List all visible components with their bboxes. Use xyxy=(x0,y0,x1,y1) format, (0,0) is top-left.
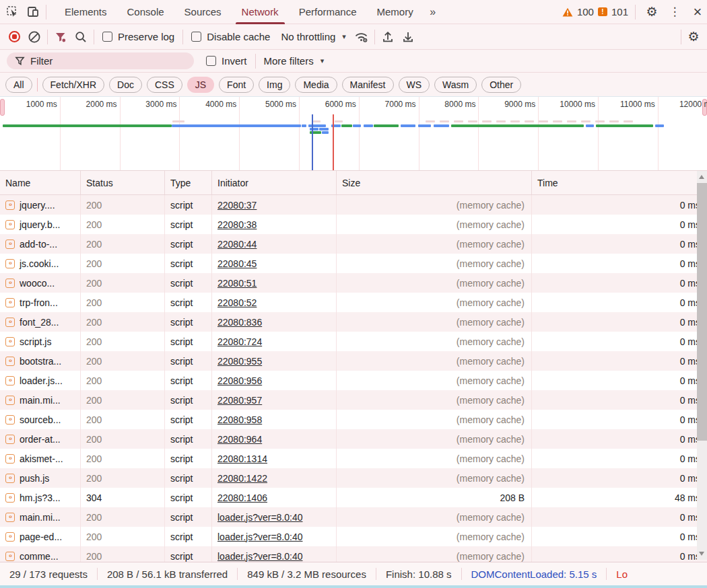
initiator-link[interactable]: 22080:957 xyxy=(217,395,262,406)
preserve-log-checkbox[interactable] xyxy=(102,32,112,42)
type-filter-ws[interactable]: WS xyxy=(399,77,430,93)
column-header-type[interactable]: Type xyxy=(165,171,212,194)
disable-cache-checkbox[interactable] xyxy=(191,32,201,42)
invert-checkbox[interactable] xyxy=(206,56,216,66)
table-row[interactable]: ‹›add-to-...200script22080:44(memory cac… xyxy=(0,234,707,254)
tab-network[interactable]: Network xyxy=(232,0,289,24)
overview-timeline[interactable]: 1000 ms2000 ms3000 ms4000 ms5000 ms6000 … xyxy=(0,97,707,171)
initiator-link[interactable]: loader.js?ver=8.0:40 xyxy=(217,512,302,523)
tab-sources[interactable]: Sources xyxy=(174,0,232,24)
type-filter-fetchxhr[interactable]: Fetch/XHR xyxy=(42,77,104,93)
scrollbar-thumb[interactable] xyxy=(697,183,707,441)
invert-filter-toggle[interactable]: Invert xyxy=(206,55,247,67)
type-filter-css[interactable]: CSS xyxy=(147,77,182,93)
type-filter-wasm[interactable]: Wasm xyxy=(434,77,477,93)
table-row[interactable]: ‹›font_28...200script22080:836(memory ca… xyxy=(0,312,707,332)
table-row[interactable]: ‹›comme...200scriptloader.js?ver=8.0:40(… xyxy=(0,546,707,562)
clear-network-log-button[interactable] xyxy=(24,27,44,47)
more-filters-dropdown[interactable]: More filters ▾ xyxy=(264,55,325,67)
network-settings-button[interactable]: ⚙ xyxy=(684,28,703,46)
waterfall-bar xyxy=(322,131,329,134)
throttling-select[interactable]: No throttling ▾ xyxy=(281,31,345,42)
initiator-link[interactable]: 22080:44 xyxy=(217,239,257,250)
scroll-up-arrow-icon[interactable] xyxy=(699,175,704,179)
column-header-status[interactable]: Status xyxy=(81,171,165,194)
tab-console[interactable]: Console xyxy=(117,0,174,24)
table-row[interactable]: ‹›sourceb...200script22080:958(memory ca… xyxy=(0,410,707,429)
initiator-link[interactable]: 22080:955 xyxy=(217,356,262,367)
devtools-menu-button[interactable]: ⋮ xyxy=(665,3,684,22)
table-row[interactable]: ‹›bootstra...200script22080:955(memory c… xyxy=(0,351,707,371)
table-row[interactable]: ‹›jquery.b...200script22080:38(memory ca… xyxy=(0,215,707,234)
initiator-link[interactable]: 22080:37 xyxy=(217,200,257,211)
initiator-link[interactable]: 22080:52 xyxy=(217,297,257,308)
table-row[interactable]: ‹›order-at...200script22080:964(memory c… xyxy=(0,429,707,449)
devtools-settings-button[interactable]: ⚙ xyxy=(642,3,661,22)
timeline-tick-label: 8000 ms xyxy=(444,100,475,109)
type-filter-img[interactable]: Img xyxy=(259,77,290,93)
tab-performance[interactable]: Performance xyxy=(289,0,367,24)
table-row[interactable]: ‹›js.cooki...200script22080:45(memory ca… xyxy=(0,254,707,273)
column-header-time[interactable]: Time xyxy=(532,171,707,194)
type-filter-media[interactable]: Media xyxy=(295,77,337,93)
table-row[interactable]: ‹›push.js200script22080:1422(memory cach… xyxy=(0,468,707,488)
initiator-cell: 22080:51 xyxy=(212,273,337,293)
type-filter-doc[interactable]: Doc xyxy=(109,77,142,93)
import-har-button[interactable] xyxy=(378,27,398,47)
initiator-link[interactable]: 22080:724 xyxy=(217,336,262,347)
record-network-log-button[interactable] xyxy=(4,27,24,47)
network-conditions-button[interactable] xyxy=(351,27,372,47)
scroll-down-arrow-icon[interactable] xyxy=(699,552,704,556)
initiator-link[interactable]: 22080:38 xyxy=(217,219,257,230)
table-row[interactable]: ‹›page-ed...200scriptloader.js?ver=8.0:4… xyxy=(0,527,707,546)
disable-cache-toggle[interactable]: Disable cache xyxy=(191,31,270,42)
type-filter-js[interactable]: JS xyxy=(187,77,214,93)
initiator-cell: 22080:52 xyxy=(212,293,337,312)
table-scrollbar[interactable] xyxy=(697,171,707,560)
export-har-button[interactable] xyxy=(398,27,418,47)
initiator-link[interactable]: 22080:958 xyxy=(217,414,262,425)
console-warnings-badge[interactable]: 100 xyxy=(562,6,594,17)
tab-memory[interactable]: Memory xyxy=(367,0,424,24)
initiator-link[interactable]: loader.js?ver=8.0:40 xyxy=(217,551,302,562)
table-row[interactable]: ‹›loader.js...200script22080:956(memory … xyxy=(0,371,707,390)
overview-left-handle[interactable] xyxy=(0,99,5,116)
filter-toggle-button[interactable] xyxy=(50,27,71,47)
initiator-link[interactable]: 22080:45 xyxy=(217,258,257,269)
filter-input[interactable]: Filter xyxy=(7,52,194,69)
close-devtools-button[interactable]: × xyxy=(688,3,707,22)
initiator-link[interactable]: 22080:1406 xyxy=(217,492,267,503)
separator xyxy=(97,568,98,580)
column-header-name[interactable]: Name xyxy=(0,171,81,194)
initiator-link[interactable]: 22080:836 xyxy=(217,317,262,328)
column-header-size[interactable]: Size xyxy=(337,171,532,194)
table-row[interactable]: ‹›script.js200script22080:724(memory cac… xyxy=(0,332,707,351)
initiator-link[interactable]: 22080:964 xyxy=(217,434,262,445)
table-row[interactable]: ‹›main.mi...200script22080:957(memory ca… xyxy=(0,390,707,410)
preserve-log-toggle[interactable]: Preserve log xyxy=(102,31,174,42)
table-row[interactable]: ‹›akismet-...200script22080:1314(memory … xyxy=(0,449,707,468)
initiator-link[interactable]: 22080:1314 xyxy=(217,453,267,464)
initiator-link[interactable]: 22080:51 xyxy=(217,278,257,289)
type-filter-other[interactable]: Other xyxy=(481,77,521,93)
table-row[interactable]: ‹›main.mi...200scriptloader.js?ver=8.0:4… xyxy=(0,507,707,527)
status-cell: 200 xyxy=(81,351,165,371)
more-tabs-button[interactable]: » xyxy=(424,3,442,22)
table-row[interactable]: ‹›wooco...200script22080:51(memory cache… xyxy=(0,273,707,293)
tab-elements[interactable]: Elements xyxy=(55,0,117,24)
type-filter-font[interactable]: Font xyxy=(219,77,254,93)
issues-badge[interactable]: ! 101 xyxy=(598,6,628,17)
request-name: wooco... xyxy=(20,278,55,289)
table-row[interactable]: ‹›jquery....200script22080:37(memory cac… xyxy=(0,195,707,215)
table-row[interactable]: ‹›hm.js?3...304script22080:1406208 B48 m… xyxy=(0,488,707,507)
table-row[interactable]: ‹›trp-fron...200script22080:52(memory ca… xyxy=(0,293,707,312)
type-filter-all[interactable]: All xyxy=(5,77,32,93)
type-filter-manifest[interactable]: Manifest xyxy=(342,77,394,93)
initiator-link[interactable]: 22080:1422 xyxy=(217,473,267,484)
search-button[interactable] xyxy=(71,27,91,47)
column-header-initiator[interactable]: Initiator xyxy=(212,171,337,194)
inspect-element-button[interactable] xyxy=(3,2,23,22)
initiator-link[interactable]: loader.js?ver=8.0:40 xyxy=(217,531,302,542)
initiator-link[interactable]: 22080:956 xyxy=(217,375,262,386)
device-toolbar-button[interactable] xyxy=(23,2,43,22)
